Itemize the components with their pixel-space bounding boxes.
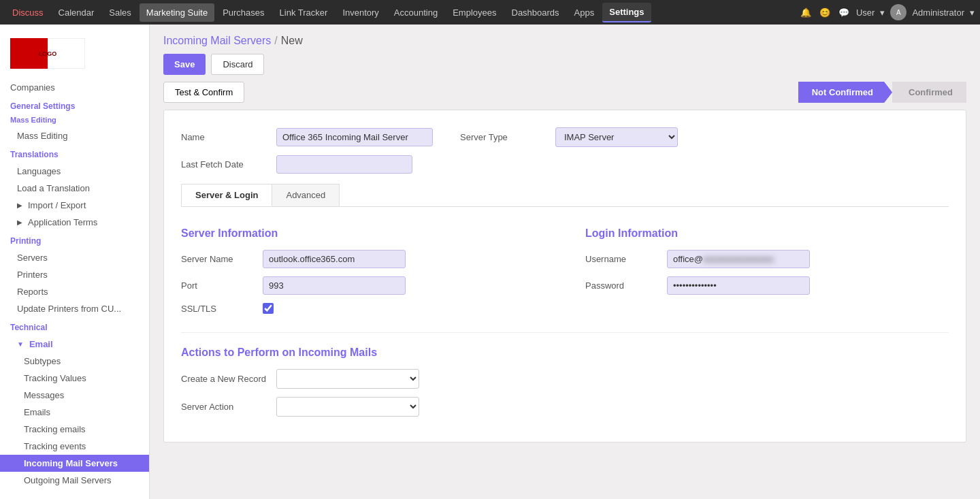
sidebar-tracking-values[interactable]: Tracking Values xyxy=(0,370,149,387)
password-input[interactable] xyxy=(667,276,810,295)
password-label: Password xyxy=(585,280,660,291)
ssl-checkbox[interactable] xyxy=(263,303,274,314)
create-record-label: Create a New Record xyxy=(181,374,270,384)
sidebar-tracking-events[interactable]: Tracking events xyxy=(0,438,149,455)
discard-button[interactable]: Discard xyxy=(211,54,264,75)
ssl-label: SSL/TLS xyxy=(181,304,256,314)
chat-icon[interactable]: 💬 xyxy=(837,5,851,19)
form-card: Name Server Type IMAP Server POP Server … xyxy=(163,110,966,442)
status-not-confirmed[interactable]: Not Confirmed xyxy=(798,82,892,103)
port-label: Port xyxy=(181,280,256,291)
last-fetch-label: Last Fetch Date xyxy=(181,159,270,170)
tab-advanced[interactable]: Advanced xyxy=(272,184,340,206)
create-record-select[interactable] xyxy=(276,369,419,389)
breadcrumb-parent[interactable]: Incoming Mail Servers xyxy=(163,35,271,47)
sidebar-tracking-emails[interactable]: Tracking emails xyxy=(0,421,149,438)
breadcrumb: Incoming Mail Servers / New xyxy=(163,35,966,47)
sidebar-mass-editing-section: Mass Editing xyxy=(0,114,149,127)
username-display: office@xxxxxxxxxxxxxxxx xyxy=(667,250,810,268)
top-navigation: Discuss Calendar Sales Marketing Suite P… xyxy=(0,0,980,25)
nav-settings[interactable]: Settings xyxy=(602,3,651,22)
user-menu[interactable]: User xyxy=(856,7,875,18)
nav-dashboards[interactable]: Dashboards xyxy=(505,3,566,22)
server-type-select[interactable]: IMAP Server POP Server Local Server xyxy=(555,127,678,147)
nav-apps[interactable]: Apps xyxy=(568,3,602,22)
username-label: Username xyxy=(585,254,660,264)
sidebar: LOGO Companies General Settings Mass Edi… xyxy=(0,25,150,499)
sidebar-item-companies[interactable]: Companies xyxy=(0,79,149,96)
port-input[interactable] xyxy=(263,276,406,295)
tab-server-login[interactable]: Server & Login xyxy=(181,184,272,206)
test-confirm-button[interactable]: Test & Confirm xyxy=(163,82,244,103)
sidebar-update-printers[interactable]: Update Printers from CU... xyxy=(0,300,149,317)
sidebar-import-export[interactable]: ▶ Import / Export xyxy=(0,197,149,214)
name-input[interactable] xyxy=(276,128,433,146)
nav-inventory[interactable]: Inventory xyxy=(336,3,385,22)
status-bar: Test & Confirm Not Confirmed Confirmed xyxy=(150,82,980,110)
sidebar-incoming-mail[interactable]: Incoming Mail Servers xyxy=(0,455,149,472)
nav-discuss[interactable]: Discuss xyxy=(5,3,50,22)
actions-title: Actions to Perform on Incoming Mails xyxy=(181,347,949,359)
server-name-label: Server Name xyxy=(181,254,256,264)
sidebar-printing-section: Printing xyxy=(0,231,149,249)
server-action-label: Server Action xyxy=(181,402,270,412)
nav-marketing[interactable]: Marketing Suite xyxy=(140,3,214,22)
sidebar-translations-section: Translations xyxy=(0,144,149,163)
notification-icon[interactable]: 🔔 xyxy=(799,5,813,19)
admin-dropdown-arrow: ▾ xyxy=(970,7,975,18)
user-dropdown-arrow: ▾ xyxy=(880,7,885,18)
save-button[interactable]: Save xyxy=(163,54,206,75)
action-buttons: Save Discard xyxy=(163,54,966,75)
status-confirmed[interactable]: Confirmed xyxy=(892,82,966,103)
sidebar-servers[interactable]: Servers xyxy=(0,249,149,266)
sidebar-mass-editing[interactable]: Mass Editing xyxy=(0,127,149,144)
sidebar-messages[interactable]: Messages xyxy=(0,387,149,404)
nav-calendar[interactable]: Calendar xyxy=(52,3,101,22)
sidebar-printers[interactable]: Printers xyxy=(0,266,149,283)
last-fetch-input[interactable] xyxy=(276,155,412,174)
nav-employees[interactable]: Employees xyxy=(446,3,503,22)
sidebar-subtypes[interactable]: Subtypes xyxy=(0,353,149,370)
main-content: Incoming Mail Servers / New Save Discard… xyxy=(150,25,980,499)
sidebar-email-section[interactable]: ▼ Email xyxy=(0,336,149,353)
companies-label: Companies xyxy=(10,82,55,93)
server-type-label: Server Type xyxy=(460,132,549,142)
nav-sales[interactable]: Sales xyxy=(102,3,138,22)
sidebar-technical-section: Technical xyxy=(0,317,149,336)
actions-section: Actions to Perform on Incoming Mails Cre… xyxy=(181,347,949,417)
sidebar-outgoing-mail[interactable]: Outgoing Mail Servers xyxy=(0,472,149,489)
server-name-input[interactable] xyxy=(263,250,406,268)
admin-label[interactable]: Administrator xyxy=(912,7,964,18)
status-pipeline: Not Confirmed Confirmed xyxy=(798,82,966,103)
login-info-title: Login Information xyxy=(585,227,949,240)
breadcrumb-separator: / xyxy=(274,35,277,47)
nav-purchases[interactable]: Purchases xyxy=(216,3,271,22)
server-info-title: Server Information xyxy=(181,227,544,240)
sidebar-reports[interactable]: Reports xyxy=(0,283,149,300)
server-action-select[interactable] xyxy=(276,397,419,417)
logo-image: LOGO xyxy=(10,38,85,69)
avatar: A xyxy=(890,4,906,20)
form-tabs: Server & Login Advanced xyxy=(181,184,949,207)
sidebar-emails[interactable]: Emails xyxy=(0,404,149,421)
sidebar-load-translation[interactable]: Load a Translation xyxy=(0,180,149,197)
nav-link-tracker[interactable]: Link Tracker xyxy=(273,3,335,22)
nav-accounting[interactable]: Accounting xyxy=(387,3,444,22)
sidebar-app-terms[interactable]: ▶ Application Terms xyxy=(0,214,149,231)
sidebar-general-settings[interactable]: General Settings xyxy=(0,96,149,114)
smiley-icon[interactable]: 😊 xyxy=(818,5,832,19)
sidebar-logo: LOGO xyxy=(0,31,149,79)
name-label: Name xyxy=(181,132,270,142)
sidebar-languages[interactable]: Languages xyxy=(0,163,149,180)
breadcrumb-current: New xyxy=(281,35,303,47)
